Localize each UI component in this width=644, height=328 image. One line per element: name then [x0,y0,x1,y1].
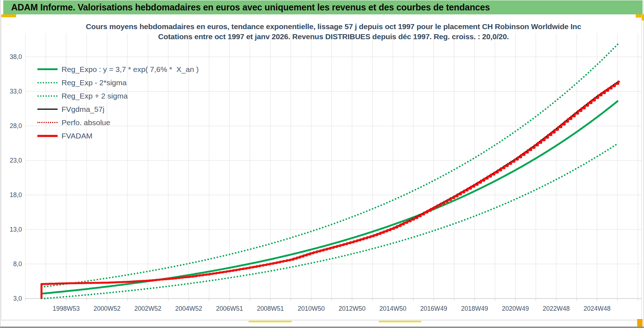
legend-swatch-red-dotted-icon [37,122,58,123]
y-tick-label: 3,0 [13,295,22,302]
x-tick-label: 2000W52 [94,305,121,312]
y-tick-label: 33,0 [10,88,22,95]
y-tick-label: 28,0 [10,122,22,129]
legend-swatch-green-dotted-icon [37,95,58,97]
x-tick-label: 2008W51 [257,305,284,312]
legend-item-reg-exp-plus-2sigma: Reg_Exp + 2 sigma [37,89,199,102]
x-tick-label: 2004W52 [175,305,202,312]
y-tick-label: 8,0 [13,260,22,268]
x-tick-label: 1998W53 [53,305,80,312]
legend-label: FVADAM [62,132,92,140]
legend-label: Reg_Exp + 2 sigma [62,92,128,100]
selection-marker-bottom-right [637,319,643,327]
x-tick-label: 2010W50 [298,305,325,312]
legend-swatch-green-dotted-icon [37,82,58,83]
chart-legend: Reg_Expo : y = 3,7 * exp( 7,6% * X_an ) … [37,63,199,142]
adam-informe-window: ADAM Informe. Valorisations hebdomadaire… [0,0,644,328]
selection-marker-bottom-1 [249,321,292,322]
y-tick-label: 23,0 [10,157,22,164]
chart-title-line1: Cours moyens hebdomadaires en euros, ten… [26,22,641,32]
x-tick-label: 2012W50 [339,305,366,312]
legend-item-fvadam: FVADAM [37,129,199,142]
legend-item-reg-expo: Reg_Expo : y = 3,7 * exp( 7,6% * X_an ) [37,63,199,76]
selection-marker-bottom-2 [379,321,421,322]
legend-label: FVgdma_57j [62,105,104,114]
window-bottom-border [0,327,644,328]
x-tick-label: 2022W48 [543,305,570,312]
legend-swatch-red-solid-icon [37,135,58,137]
legend-label: Reg_Exp - 2*sigma [62,78,127,87]
x-tick-label: 2002W52 [135,305,162,312]
legend-swatch-green-solid-icon [37,68,58,70]
x-tick-label: 2024W48 [584,305,611,312]
chart-title: Cours moyens hebdomadaires en euros, ten… [26,22,641,42]
x-tick-label: 2020W49 [502,305,529,312]
x-tick-label: 2018W49 [461,305,488,312]
y-tick-label: 38,0 [10,53,22,60]
legend-label: Perfo. absolue [62,118,110,127]
chart-title-line2: Cotations entre oct 1997 et janv 2026. R… [26,32,641,42]
price-chart-plot: 3,08,013,018,023,028,033,038,01998W53200… [0,0,644,328]
legend-item-reg-exp-minus-2sigma: Reg_Exp - 2*sigma [37,76,199,89]
legend-item-perfo-absolue: Perfo. absolue [37,116,199,129]
x-tick-label: 2006W51 [216,305,243,312]
x-tick-label: 2014W50 [380,305,407,312]
legend-item-fvgdma-57j: FVgdma_57j [37,102,199,116]
legend-label: Reg_Expo : y = 3,7 * exp( 7,6% * X_an ) [62,65,199,74]
y-tick-label: 18,0 [10,191,22,199]
y-tick-label: 13,0 [10,226,22,233]
legend-swatch-black-solid-icon [37,109,58,110]
x-tick-label: 2016W49 [420,305,447,312]
